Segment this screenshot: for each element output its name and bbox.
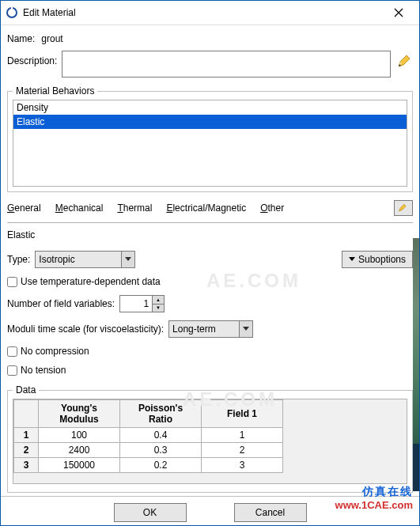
type-select[interactable]: Isotropic — [35, 251, 135, 268]
cell-youngs-modulus[interactable]: 2400 — [39, 443, 120, 458]
right-edge-strip — [413, 238, 419, 444]
temp-dependent-label: Use temperature-dependent data — [21, 276, 161, 287]
dialog-button-bar: OK Cancel — [1, 496, 419, 525]
name-row: Name: grout — [7, 33, 413, 44]
app-icon — [6, 6, 18, 19]
cell-youngs-modulus[interactable]: 100 — [39, 428, 120, 443]
chevron-down-icon — [239, 321, 252, 337]
field-vars-spinner[interactable]: ▲ ▼ — [119, 295, 165, 312]
description-input[interactable] — [62, 51, 391, 78]
material-behaviors-list[interactable]: Density Elastic — [13, 100, 407, 187]
suboptions-button[interactable]: Suboptions — [342, 251, 413, 268]
moduli-row: Moduli time scale (for viscoelasticity):… — [7, 320, 413, 338]
cell-poissons-ratio[interactable]: 0.2 — [120, 458, 202, 473]
table-corner — [14, 400, 39, 428]
cell-field1[interactable]: 1 — [202, 428, 283, 443]
svg-rect-1 — [11, 7, 13, 11]
cell-poissons-ratio[interactable]: 0.3 — [120, 443, 202, 458]
row-number[interactable]: 3 — [14, 458, 39, 473]
cell-field1[interactable]: 3 — [202, 458, 283, 473]
table-row: 3 150000 0.2 3 — [14, 458, 283, 473]
field-vars-input[interactable] — [120, 296, 152, 312]
type-value: Isotropic — [36, 254, 121, 265]
behavior-item-elastic[interactable]: Elastic — [13, 115, 407, 129]
table-row: 1 100 0.4 1 — [14, 428, 283, 443]
moduli-label: Moduli time scale (for viscoelasticity): — [7, 324, 164, 335]
col-field-1[interactable]: Field 1 — [202, 400, 283, 428]
spinner-down-button[interactable]: ▼ — [153, 305, 164, 312]
row-number[interactable]: 2 — [14, 443, 39, 458]
data-table-scroll[interactable]: Young'sModulus Poisson'sRatio Field 1 1 … — [13, 399, 407, 484]
edit-material-dialog: AE.COM AE.COM Edit Material Name: grout … — [0, 0, 420, 526]
delete-behavior-button[interactable] — [394, 200, 413, 216]
description-label: Description: — [7, 55, 57, 66]
menu-general[interactable]: General — [7, 202, 41, 214]
cell-youngs-modulus[interactable]: 150000 — [39, 458, 120, 473]
spinner-up-button[interactable]: ▲ — [153, 296, 164, 305]
no-compression-checkbox[interactable] — [7, 346, 17, 357]
moduli-value: Long-term — [169, 324, 239, 335]
triangle-down-icon — [349, 257, 355, 262]
cell-poissons-ratio[interactable]: 0.4 — [120, 428, 202, 443]
elastic-section-title: Elastic — [7, 229, 413, 240]
data-group: Data Young'sModulus Poisson'sRatio Field… — [7, 384, 413, 493]
row-number[interactable]: 1 — [14, 428, 39, 443]
data-table: Young'sModulus Poisson'sRatio Field 1 1 … — [13, 399, 283, 473]
window-title: Edit Material — [23, 7, 383, 18]
col-poissons-ratio[interactable]: Poisson'sRatio — [120, 400, 202, 428]
behavior-item-density[interactable]: Density — [13, 100, 407, 115]
type-row: Type: Isotropic Suboptions — [7, 251, 413, 268]
type-label: Type: — [7, 254, 30, 265]
no-tension-checkbox[interactable] — [7, 365, 17, 376]
field-vars-label: Number of field variables: — [7, 298, 115, 309]
pencil-icon — [397, 54, 411, 68]
name-value: grout — [41, 33, 62, 44]
pencil-icon — [398, 203, 409, 213]
menu-mechanical[interactable]: Mechanical — [55, 202, 104, 214]
close-button[interactable] — [383, 2, 414, 24]
no-tension-row: No tension — [7, 365, 413, 376]
menu-other[interactable]: Other — [260, 202, 284, 214]
ok-button[interactable]: OK — [114, 503, 187, 522]
svg-marker-5 — [399, 204, 407, 211]
menu-electrical[interactable]: Electrical/Magnetic — [166, 202, 246, 214]
svg-marker-7 — [349, 257, 355, 261]
right-edge-strip — [413, 444, 419, 491]
svg-marker-8 — [243, 327, 249, 331]
no-compression-label: No compression — [21, 346, 89, 357]
field-vars-row: Number of field variables: ▲ ▼ — [7, 295, 413, 312]
titlebar: Edit Material — [1, 1, 419, 25]
moduli-select[interactable]: Long-term — [168, 320, 253, 338]
menu-thermal[interactable]: Thermal — [117, 202, 152, 214]
data-legend: Data — [13, 384, 39, 395]
svg-marker-2 — [399, 55, 410, 66]
no-tension-label: No tension — [21, 365, 66, 376]
table-row: 2 2400 0.3 2 — [14, 443, 283, 458]
col-youngs-modulus[interactable]: Young'sModulus — [39, 400, 120, 428]
suboptions-label: Suboptions — [358, 254, 406, 265]
cancel-button[interactable]: Cancel — [234, 503, 307, 522]
chevron-down-icon — [121, 252, 134, 267]
table-header-row: Young'sModulus Poisson'sRatio Field 1 — [14, 400, 283, 428]
edit-description-button[interactable] — [395, 51, 413, 68]
cell-field1[interactable]: 2 — [202, 443, 283, 458]
separator — [7, 222, 413, 223]
material-behaviors-group: Material Behaviors Density Elastic — [7, 85, 413, 192]
svg-marker-6 — [125, 257, 131, 261]
material-behaviors-legend: Material Behaviors — [13, 85, 97, 96]
temp-dep-row: Use temperature-dependent data — [7, 276, 413, 287]
temp-dependent-checkbox[interactable] — [7, 277, 17, 287]
description-row: Description: — [7, 51, 413, 78]
behavior-menu-bar: General Mechanical Thermal Electrical/Ma… — [7, 200, 413, 216]
name-label: Name: — [7, 33, 35, 44]
no-compression-row: No compression — [7, 346, 413, 357]
